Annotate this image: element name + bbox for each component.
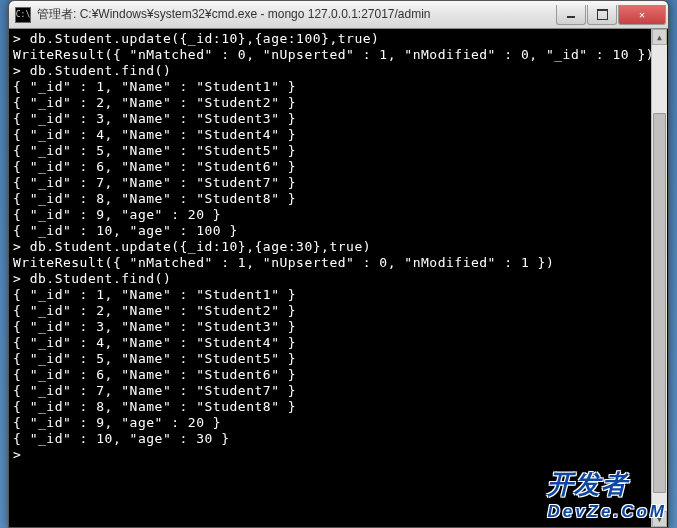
- cmd-window: C:\ 管理者: C:¥Windows¥system32¥cmd.exe - m…: [8, 0, 669, 528]
- terminal-line: > db.Student.update({_id:10},{age:30},tr…: [13, 239, 664, 255]
- terminal-output[interactable]: > db.Student.update({_id:10},{age:100},t…: [9, 29, 668, 527]
- titlebar[interactable]: C:\ 管理者: C:¥Windows¥system32¥cmd.exe - m…: [9, 1, 668, 29]
- terminal-line: { "_id" : 7, "Name" : "Student7" }: [13, 383, 664, 399]
- terminal-line: { "_id" : 1, "Name" : "Student1" }: [13, 79, 664, 95]
- scroll-down-button[interactable]: ▼: [652, 511, 667, 527]
- terminal-line: { "_id" : 6, "Name" : "Student6" }: [13, 159, 664, 175]
- terminal-line: { "_id" : 2, "Name" : "Student2" }: [13, 95, 664, 111]
- terminal-line: { "_id" : 5, "Name" : "Student5" }: [13, 351, 664, 367]
- vertical-scrollbar[interactable]: ▲ ▼: [651, 29, 667, 527]
- maximize-button[interactable]: [587, 5, 617, 25]
- terminal-line: { "_id" : 8, "Name" : "Student8" }: [13, 191, 664, 207]
- terminal-line: { "_id" : 6, "Name" : "Student6" }: [13, 367, 664, 383]
- terminal-line: >: [13, 447, 664, 463]
- window-title: 管理者: C:¥Windows¥system32¥cmd.exe - mongo…: [37, 6, 555, 23]
- terminal-line: { "_id" : 5, "Name" : "Student5" }: [13, 143, 664, 159]
- terminal-line: WriteResult({ "nMatched" : 1, "nUpserted…: [13, 255, 664, 271]
- close-button[interactable]: [618, 5, 666, 25]
- scroll-up-button[interactable]: ▲: [652, 29, 667, 45]
- terminal-line: WriteResult({ "nMatched" : 0, "nUpserted…: [13, 47, 664, 63]
- terminal-line: > db.Student.find(): [13, 63, 664, 79]
- terminal-line: { "_id" : 4, "Name" : "Student4" }: [13, 127, 664, 143]
- window-controls: [555, 5, 666, 25]
- terminal-line: { "_id" : 9, "age" : 20 }: [13, 207, 664, 223]
- terminal-line: { "_id" : 4, "Name" : "Student4" }: [13, 335, 664, 351]
- terminal-line: { "_id" : 1, "Name" : "Student1" }: [13, 287, 664, 303]
- scroll-thumb[interactable]: [653, 113, 666, 493]
- terminal-line: { "_id" : 10, "age" : 30 }: [13, 431, 664, 447]
- terminal-line: { "_id" : 7, "Name" : "Student7" }: [13, 175, 664, 191]
- minimize-button[interactable]: [556, 5, 586, 25]
- terminal-line: { "_id" : 10, "age" : 100 }: [13, 223, 664, 239]
- terminal-line: { "_id" : 9, "age" : 20 }: [13, 415, 664, 431]
- terminal-line: > db.Student.find(): [13, 271, 664, 287]
- terminal-line: { "_id" : 3, "Name" : "Student3" }: [13, 319, 664, 335]
- cmd-icon: C:\: [15, 7, 31, 23]
- terminal-line: { "_id" : 8, "Name" : "Student8" }: [13, 399, 664, 415]
- terminal-line: > db.Student.update({_id:10},{age:100},t…: [13, 31, 664, 47]
- terminal-line: { "_id" : 3, "Name" : "Student3" }: [13, 111, 664, 127]
- terminal-line: { "_id" : 2, "Name" : "Student2" }: [13, 303, 664, 319]
